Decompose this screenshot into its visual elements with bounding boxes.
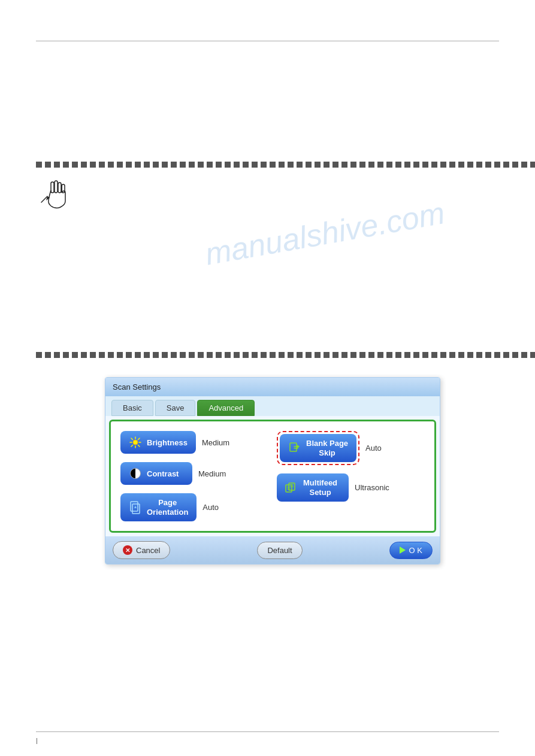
svg-marker-17 [297, 445, 300, 448]
bottom-rule [36, 731, 499, 732]
multifeed-svg [285, 481, 298, 494]
dotted-separator-1 [36, 162, 499, 168]
contrast-row: Contrast Medium [120, 462, 268, 485]
content-grid: Brightness Medium Contrast Medium [120, 431, 425, 521]
svg-line-12 [138, 438, 140, 440]
page-orientation-row: Page Orientation Auto [120, 493, 268, 521]
dialog-tabs: Basic Save Advanced [105, 396, 440, 416]
multifeed-text: Multifeed Setup [303, 478, 337, 497]
cancel-button[interactable]: ✕ Cancel [113, 541, 170, 559]
multifeed-line2: Setup [303, 488, 337, 497]
dialog-footer: ✕ Cancel Default O K [105, 536, 440, 564]
top-rule [36, 41, 499, 41]
orientation-svg [129, 501, 141, 514]
dialog-titlebar: Scan Settings [105, 378, 440, 396]
orientation-value: Auto [202, 503, 219, 512]
dialog-title: Scan Settings [113, 382, 161, 391]
hand-icon-area [36, 178, 72, 217]
svg-rect-14 [131, 502, 138, 511]
blank-page-highlight: Blank Page Skip [277, 431, 359, 465]
tab-advanced[interactable]: Advanced [197, 400, 255, 416]
dotted-separator-2 [36, 352, 499, 358]
left-column: Brightness Medium Contrast Medium [120, 431, 268, 521]
tab-save[interactable]: Save [155, 400, 196, 416]
blank-page-value: Auto [365, 444, 382, 453]
contrast-label: Contrast [147, 469, 179, 478]
hand-pointer-icon [36, 178, 72, 214]
svg-rect-16 [290, 443, 297, 451]
multifeed-line1: Multifeed [303, 478, 337, 488]
multifeed-setup-row: Multifeed Setup Ultrasonic [277, 473, 425, 502]
contrast-value: Medium [198, 469, 226, 478]
watermark: manualshive.com [202, 195, 448, 272]
blank-page-svg [289, 442, 301, 455]
blank-page-line1: Blank Page [306, 439, 348, 448]
orientation-icon [129, 501, 142, 514]
blank-page-skip-row: Blank Page Skip Auto [277, 431, 425, 465]
ok-label: O K [409, 546, 422, 555]
orientation-line2: Orientation [147, 508, 188, 517]
multifeed-icon [285, 481, 298, 494]
brightness-value: Medium [202, 438, 229, 447]
brightness-row: Brightness Medium [120, 431, 268, 454]
page-number: | [36, 737, 38, 744]
blank-page-text: Blank Page Skip [306, 439, 348, 457]
cancel-label: Cancel [136, 546, 160, 555]
orientation-line1: Page [147, 498, 188, 508]
brightness-button[interactable]: Brightness [120, 431, 196, 454]
blank-page-line2: Skip [306, 448, 348, 458]
svg-line-13 [131, 445, 133, 447]
right-column: Blank Page Skip Auto [277, 431, 425, 521]
svg-rect-15 [132, 504, 140, 514]
svg-rect-1 [55, 181, 58, 193]
multifeed-value: Ultrasonic [355, 483, 389, 492]
svg-point-5 [133, 440, 138, 445]
brightness-label: Brightness [147, 438, 188, 447]
default-button[interactable]: Default [257, 542, 302, 559]
contrast-icon [129, 467, 142, 480]
tab-basic[interactable]: Basic [111, 400, 153, 416]
orientation-text: Page Orientation [147, 498, 188, 517]
page-orientation-button[interactable]: Page Orientation [120, 493, 197, 521]
blank-page-icon [288, 442, 301, 455]
svg-line-10 [131, 438, 133, 440]
blank-page-skip-button[interactable]: Blank Page Skip [280, 434, 356, 462]
dialog-content: Brightness Medium Contrast Medium [109, 420, 436, 533]
svg-rect-2 [58, 183, 61, 193]
brightness-icon [129, 436, 142, 449]
sun-svg [129, 436, 141, 448]
multifeed-setup-button[interactable]: Multifeed Setup [277, 473, 349, 502]
default-label: Default [267, 546, 292, 555]
cancel-icon: ✕ [123, 545, 132, 555]
ok-button[interactable]: O K [389, 542, 433, 559]
contrast-button[interactable]: Contrast [120, 462, 192, 485]
svg-line-11 [138, 445, 140, 447]
scan-settings-dialog: Scan Settings Basic Save Advanced [105, 377, 440, 564]
ok-play-icon [400, 546, 406, 554]
